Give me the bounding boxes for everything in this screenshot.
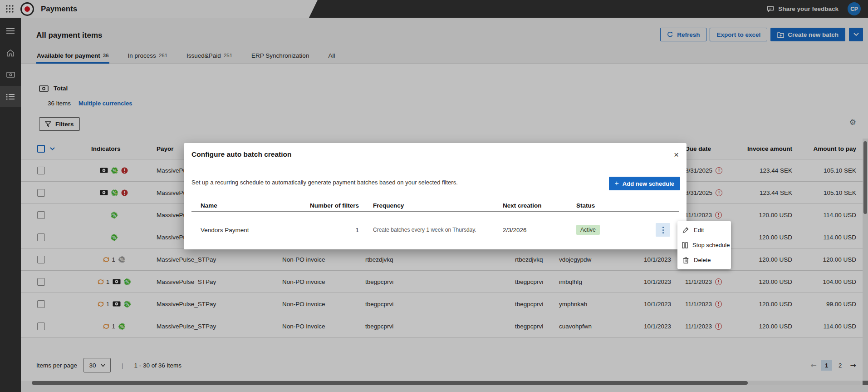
edit-icon	[682, 227, 689, 233]
stop-icon	[682, 242, 688, 248]
schedule-next-creation: 2/3/2026	[503, 212, 527, 248]
status-badge: Active	[576, 225, 600, 235]
menu-item-edit[interactable]: Edit	[677, 223, 731, 238]
menu-item-label: Edit	[694, 227, 704, 233]
menu-item-label: Stop schedule	[692, 242, 730, 248]
close-icon[interactable]: ×	[674, 150, 679, 159]
delete-icon	[682, 257, 689, 263]
menu-item-label: Delete	[694, 257, 711, 263]
schedule-column-filters: Number of filters	[293, 198, 359, 213]
modal-body: Set up a recurring schedule to automatic…	[184, 166, 687, 198]
schedule-column-status: Status	[576, 198, 595, 213]
schedule-filters-count: 1	[293, 212, 359, 248]
schedule-column-name: Name	[201, 198, 217, 213]
schedule-actions-menu: Edit Stop schedule Delete	[677, 221, 731, 269]
modal-header: Configure auto batch creation ×	[184, 143, 687, 166]
schedule-frequency: Create batches every 1 week on Thursday.	[373, 212, 476, 248]
schedule-status: Active	[576, 212, 600, 248]
row-actions-kebab-button[interactable]	[656, 223, 670, 237]
menu-item-delete[interactable]: Delete	[677, 253, 731, 268]
schedule-row: Vendors Payment 1 Create batches every 1…	[184, 212, 687, 248]
plus-icon: +	[615, 179, 619, 188]
configure-auto-batch-modal: Configure auto batch creation × Set up a…	[184, 143, 687, 249]
modal-description: Set up a recurring schedule to automatic…	[191, 179, 458, 186]
modal-title: Configure auto batch creation	[191, 150, 291, 159]
add-new-schedule-button[interactable]: + Add new schedule	[609, 177, 680, 190]
schedule-name: Vendors Payment	[201, 212, 249, 248]
add-new-schedule-label: Add new schedule	[623, 180, 674, 187]
schedule-column-next-creation: Next creation	[503, 198, 542, 213]
schedule-column-frequency: Frequency	[373, 198, 404, 213]
schedule-table-header: Name Number of filters Frequency Next cr…	[184, 198, 687, 213]
menu-item-stop-schedule[interactable]: Stop schedule	[677, 238, 731, 253]
